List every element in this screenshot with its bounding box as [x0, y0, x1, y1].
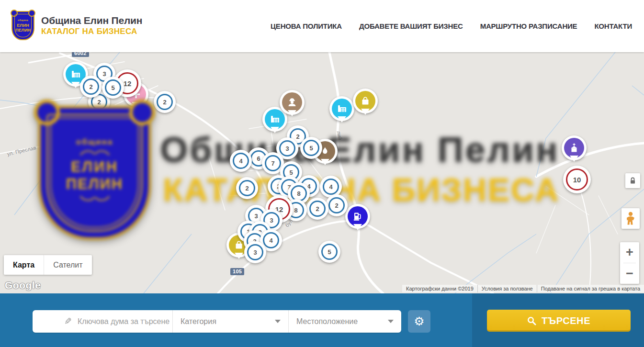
- chevron-down-icon: [275, 320, 281, 323]
- site-title: Община Елин Пелин: [41, 15, 142, 26]
- advanced-settings-button[interactable]: ⚙: [408, 310, 430, 333]
- search-field-group: ✎ Категория Местоположение: [33, 310, 401, 333]
- site-subtitle: КАТАЛОГ НА БИЗНЕСА: [41, 27, 142, 36]
- cluster-marker[interactable]: 2: [80, 76, 102, 98]
- chevron-down-icon: [388, 320, 394, 323]
- nav-item[interactable]: КОНТАКТИ: [594, 22, 632, 30]
- street-view-pegman-button[interactable]: [621, 208, 640, 229]
- keyword-search-input[interactable]: [78, 317, 177, 326]
- attribution-link[interactable]: Условия за ползване: [477, 285, 537, 292]
- attribution-link[interactable]: Подаване на сигнал за грешка в картата: [537, 285, 644, 292]
- lock-icon: [629, 177, 637, 185]
- watermark-crest-name-line2: ПЕЛИН: [66, 176, 123, 193]
- factory-pin-marker[interactable]: [329, 96, 354, 121]
- municipality-crest-icon: община ЕЛИН ПЕЛИН: [11, 11, 34, 40]
- cluster-marker[interactable]: 2: [154, 91, 176, 113]
- gear-icon: ⚙: [414, 314, 424, 328]
- zoom-out-button[interactable]: −: [620, 263, 639, 284]
- map-view-button[interactable]: Карта: [4, 255, 44, 275]
- cluster-marker[interactable]: 2: [306, 198, 328, 220]
- shopping-bag-icon: [355, 91, 375, 111]
- search-icon: [527, 316, 536, 325]
- google-map-canvas[interactable]: Община Елин Пелин КАТАЛОГ НА БИЗНЕСА общ…: [0, 52, 644, 293]
- category-dropdown-label: Категория: [181, 317, 216, 326]
- crest-ornament: [79, 149, 111, 157]
- cluster-marker[interactable]: 2: [236, 177, 258, 199]
- search-button[interactable]: ТЪРСЕНЕ: [487, 310, 631, 332]
- zoom-control: + −: [620, 242, 639, 284]
- cluster-count: 4: [263, 232, 279, 248]
- pencil-icon: ✎: [64, 316, 72, 327]
- watermark-crest-name-line1: ЕЛИН: [71, 158, 118, 176]
- nav-item[interactable]: ЦЕНОВА ПОЛИТИКА: [271, 22, 342, 30]
- cluster-marker[interactable]: 3: [244, 241, 266, 263]
- crest-ornament: [79, 195, 111, 202]
- category-dropdown[interactable]: Категория: [172, 310, 288, 333]
- cluster-count: 2: [157, 94, 173, 110]
- crest-top-text: община: [18, 19, 28, 22]
- construction-worker-pin-marker[interactable]: [280, 90, 305, 115]
- cluster-count: 2: [309, 201, 326, 217]
- cluster-count: 2: [239, 180, 255, 196]
- cluster-count: 4: [323, 179, 339, 195]
- fullscreen-lock-button[interactable]: [625, 173, 640, 188]
- cluster-marker[interactable]: 5: [102, 77, 124, 99]
- cluster-count: 5: [303, 140, 319, 156]
- road-number-shield: 105: [230, 268, 244, 275]
- cluster-count: 2: [328, 197, 345, 213]
- cluster-count: 4: [233, 153, 249, 169]
- watermark-crest: община ЕЛИН ПЕЛИН: [38, 106, 151, 240]
- crest-name-line1: ЕЛИН: [17, 23, 29, 28]
- factory-icon: [332, 99, 352, 119]
- watermark-crest-top-text: община: [76, 137, 113, 147]
- site-logo[interactable]: община ЕЛИН ПЕЛИН Община Елин Пелин КАТА…: [11, 11, 142, 40]
- search-filter-bar: ✎ Категория Местоположение ⚙ ТЪРСЕНЕ: [0, 293, 644, 347]
- cluster-count: 2: [83, 78, 99, 95]
- search-button-label: ТЪРСЕНЕ: [542, 315, 590, 326]
- cluster-marker[interactable]: 10: [563, 166, 591, 193]
- road-number-shield: 6002: [72, 52, 89, 57]
- business-catalog-page: община ЕЛИН ПЕЛИН Община Елин Пелин КАТА…: [0, 0, 644, 347]
- pegman-icon: [625, 212, 636, 226]
- cluster-count: 3: [279, 140, 295, 157]
- nav-item[interactable]: ДОБАВЕТЕ ВАШИЯТ БИЗНЕС: [359, 22, 463, 30]
- site-header: община ЕЛИН ПЕЛИН Община Елин Пелин КАТА…: [0, 0, 644, 52]
- factory-icon: [265, 109, 285, 129]
- main-nav: ЦЕНОВА ПОЛИТИКАДОБАВЕТЕ ВАШИЯТ БИЗНЕСМАР…: [271, 0, 632, 52]
- cluster-count: 5: [105, 79, 121, 96]
- location-dropdown-label: Местоположение: [296, 317, 358, 326]
- map-copyright: Картографски данни ©2019: [402, 285, 477, 292]
- cluster-count: 10: [566, 168, 588, 190]
- keyword-field-wrap: ✎: [33, 310, 172, 333]
- cluster-marker[interactable]: 5: [300, 137, 322, 159]
- cluster-marker[interactable]: 2: [326, 194, 348, 216]
- zoom-in-button[interactable]: +: [620, 242, 639, 263]
- map-attribution: Картографски данни ©2019Условия за ползв…: [402, 285, 644, 292]
- watermark-subtitle: КАТАЛОГ НА БИЗНЕСА: [163, 171, 559, 209]
- cluster-marker[interactable]: 4: [230, 150, 252, 172]
- cluster-marker[interactable]: 5: [318, 241, 340, 263]
- construction-worker-icon: [282, 92, 302, 112]
- watermark-title: Община Елин Пелин: [160, 129, 559, 170]
- fuel-pin-marker[interactable]: [345, 204, 370, 229]
- cluster-count: 7: [265, 155, 281, 171]
- cluster-count: 3: [247, 244, 263, 260]
- nav-item[interactable]: МАРШРУТНО РАЗПИСАНИЕ: [480, 22, 577, 30]
- google-logo[interactable]: Google: [5, 280, 41, 291]
- fuel-icon: [348, 206, 368, 226]
- satellite-view-button[interactable]: Сателит: [44, 255, 91, 275]
- crest-name-line2: ПЕЛИН: [15, 28, 31, 33]
- church-icon: [564, 138, 584, 158]
- church-pin-marker[interactable]: [562, 135, 587, 160]
- location-dropdown[interactable]: Местоположение: [288, 310, 401, 333]
- map-type-control: Карта Сателит: [4, 255, 92, 275]
- shopping-bag-pin-marker[interactable]: [353, 89, 378, 113]
- cluster-count: 5: [321, 244, 338, 260]
